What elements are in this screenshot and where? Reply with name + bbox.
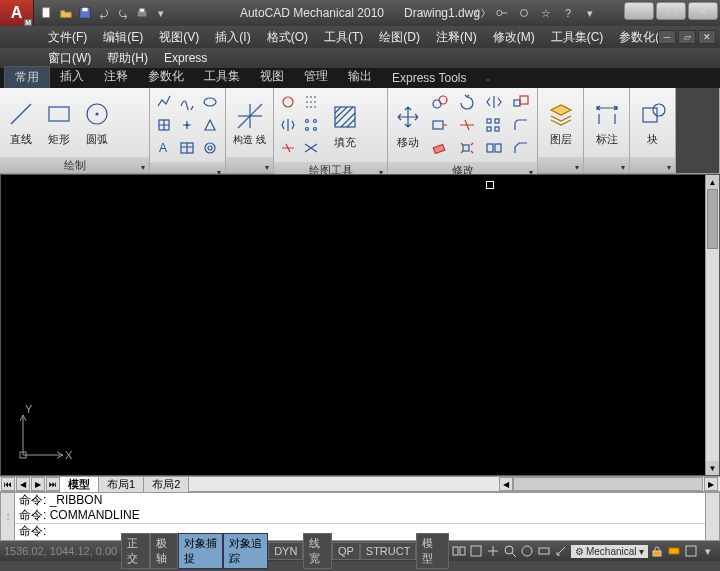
ribbon-cycle-icon[interactable] <box>476 73 500 88</box>
stretch-icon[interactable] <box>427 114 453 136</box>
hscroll-right-icon[interactable]: ▶ <box>704 477 718 491</box>
pan-icon[interactable] <box>485 543 500 559</box>
menu-edit[interactable]: 编辑(E) <box>95 27 151 48</box>
doc-close-button[interactable]: ✕ <box>698 30 716 44</box>
quickview-drawings-icon[interactable] <box>468 543 483 559</box>
hatch-button[interactable]: 填充 <box>323 93 367 157</box>
qat-dropdown-icon[interactable]: ▾ <box>152 4 170 22</box>
sync-icon[interactable] <box>514 3 534 23</box>
ribbon-tab-insert[interactable]: 插入 <box>50 66 94 88</box>
clean-screen-icon[interactable] <box>684 543 699 559</box>
offset-icon[interactable] <box>300 91 322 113</box>
app-menu-button[interactable]: A <box>0 0 34 26</box>
maximize-button[interactable]: ▢ <box>656 2 686 20</box>
ribbon-tab-view[interactable]: 视图 <box>250 66 294 88</box>
menu-format[interactable]: 格式(O) <box>259 27 316 48</box>
key-icon[interactable] <box>492 3 512 23</box>
region-icon[interactable] <box>199 114 221 136</box>
polyline-icon[interactable] <box>153 91 175 113</box>
menu-tools[interactable]: 工具(T) <box>316 27 371 48</box>
scroll-down-icon[interactable]: ▼ <box>706 461 719 475</box>
print-icon[interactable] <box>133 4 151 22</box>
toggle-qp[interactable]: QP <box>332 542 360 560</box>
search-icon[interactable] <box>470 3 490 23</box>
zoom-icon[interactable] <box>503 543 518 559</box>
trim-small-icon[interactable] <box>277 137 299 159</box>
menu-express[interactable]: Express <box>156 49 215 67</box>
array-icon[interactable] <box>481 114 507 136</box>
ribbon-tab-manage[interactable]: 管理 <box>294 66 338 88</box>
ribbon-tab-output[interactable]: 输出 <box>338 66 382 88</box>
scale-icon[interactable] <box>508 91 534 113</box>
doc-restore-button[interactable]: ▱ <box>678 30 696 44</box>
open-icon[interactable] <box>57 4 75 22</box>
layout-prev-icon[interactable]: ◀ <box>16 477 30 491</box>
menu-draw[interactable]: 绘图(D) <box>371 27 428 48</box>
close-button[interactable]: ✕ <box>688 2 718 20</box>
redo-icon[interactable] <box>114 4 132 22</box>
save-icon[interactable] <box>76 4 94 22</box>
copy-icon[interactable] <box>427 91 453 113</box>
ribbon-tab-common[interactable]: 常用 <box>4 66 50 88</box>
table-icon[interactable] <box>176 137 198 159</box>
circle-center-icon[interactable] <box>277 91 299 113</box>
toggle-struct[interactable]: STRUCT <box>360 542 417 560</box>
point-icon[interactable] <box>176 114 198 136</box>
showmotion-icon[interactable] <box>537 543 552 559</box>
join-icon[interactable] <box>481 137 507 159</box>
rectangle-button[interactable]: 矩形 <box>40 91 78 155</box>
layers-button[interactable]: 图层 <box>540 91 581 155</box>
workspace-switcher[interactable]: ⚙ Mechanical ▾ <box>571 545 648 558</box>
command-handle[interactable]: ⋮ <box>1 493 15 540</box>
quickview-layouts-icon[interactable] <box>451 543 466 559</box>
toggle-polar[interactable]: 极轴 <box>150 533 179 569</box>
donut-icon[interactable] <box>199 137 221 159</box>
new-icon[interactable] <box>38 4 56 22</box>
menu-toolset[interactable]: 工具集(C) <box>543 27 612 48</box>
undo-icon[interactable] <box>95 4 113 22</box>
ribbon-tab-parametric[interactable]: 参数化 <box>138 66 194 88</box>
scroll-thumb[interactable] <box>707 189 718 249</box>
text-icon[interactable]: A <box>153 137 175 159</box>
annoscale-icon[interactable] <box>554 543 569 559</box>
rotate-icon[interactable] <box>454 91 480 113</box>
layout-last-icon[interactable]: ⏭ <box>46 477 60 491</box>
explode-icon[interactable] <box>454 137 480 159</box>
fillet-icon[interactable] <box>508 114 534 136</box>
layout-tab-model[interactable]: 模型 <box>60 477 99 492</box>
block-button[interactable]: 块 <box>632 91 673 155</box>
hatch-icon[interactable] <box>153 114 175 136</box>
scroll-up-icon[interactable]: ▲ <box>706 175 719 189</box>
ribbon-tab-express[interactable]: Express Tools <box>382 69 476 88</box>
ribbon-tab-annotate[interactable]: 注释 <box>94 66 138 88</box>
mirror-icon[interactable] <box>481 91 507 113</box>
layout-tab-layout2[interactable]: 布局2 <box>144 477 189 492</box>
ellipse-icon[interactable] <box>199 91 221 113</box>
layout-tab-layout1[interactable]: 布局1 <box>99 477 144 492</box>
hardware-accel-icon[interactable] <box>667 543 682 559</box>
extend-small-icon[interactable] <box>300 137 322 159</box>
doc-minimize-button[interactable]: ─ <box>658 30 676 44</box>
hscroll-left-icon[interactable]: ◀ <box>499 477 513 491</box>
help-icon[interactable]: ? <box>558 3 578 23</box>
menu-annotate[interactable]: 注释(N) <box>428 27 485 48</box>
layout-next-icon[interactable]: ▶ <box>31 477 45 491</box>
menu-view[interactable]: 视图(V) <box>151 27 207 48</box>
toolbar-lock-icon[interactable] <box>650 543 665 559</box>
dimension-button[interactable]: 标注 <box>586 91 627 155</box>
line-button[interactable]: 直线 <box>2 91 40 155</box>
title-dropdown-icon[interactable]: ▾ <box>580 3 600 23</box>
array-small-icon[interactable] <box>300 114 322 136</box>
toggle-dyn[interactable]: DYN <box>268 542 303 560</box>
trim-icon[interactable] <box>454 114 480 136</box>
construction-line-button[interactable]: 构造 线 <box>228 91 271 155</box>
minimize-button[interactable]: ─ <box>624 2 654 20</box>
hscroll-track[interactable] <box>513 477 703 491</box>
ribbon-tab-toolset[interactable]: 工具集 <box>194 66 250 88</box>
modelspace-button[interactable]: 模型 <box>416 533 449 569</box>
move-button[interactable]: 移动 <box>390 93 426 157</box>
favorite-icon[interactable]: ☆ <box>536 3 556 23</box>
status-tray-expand-icon[interactable]: ▾ <box>701 543 716 559</box>
toggle-lwt[interactable]: 线宽 <box>303 533 332 569</box>
erase-icon[interactable] <box>427 137 453 159</box>
